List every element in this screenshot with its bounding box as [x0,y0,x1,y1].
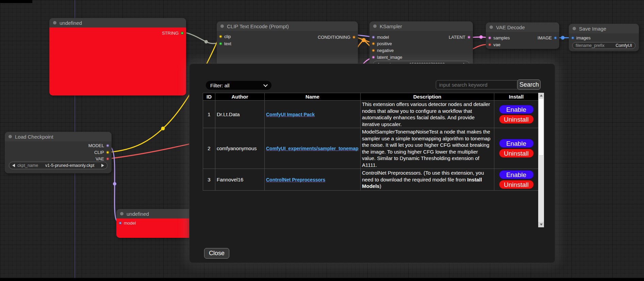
input-dot[interactable] [571,36,574,39]
scrollbar-up-icon[interactable] [538,93,544,98]
cell-description: This extension offers various detector n… [361,101,494,128]
extensions-table: ID Author Name Description Install 1 Dr.… [203,93,539,191]
input-dot[interactable] [488,36,491,39]
cell-install: Enable Uninstall [494,169,539,191]
header-author: Author [215,93,265,101]
uninstall-button[interactable]: Uninstall [499,149,534,158]
node-collapse-dot-icon[interactable] [120,212,123,215]
cell-author: comfyanonymous [215,128,265,169]
slot-input-model: model [119,220,136,226]
node-vae-decode: VAE Decode samples vae IMAGE [486,22,559,49]
input-dot[interactable] [372,56,375,59]
node-title-bar[interactable]: Save Image [569,24,639,33]
slot-input-vae: vae [488,42,500,47]
output-dot[interactable] [106,144,109,147]
filename-prefix-widget[interactable]: filename_prefix ComfyUI [572,42,635,49]
table-row: 3 Fannovel16 ControlNet Preprocessors Co… [203,169,539,191]
table-row: 1 Dr.Lt.Data ComfyUI Impact Pack This ex… [203,101,539,128]
cell-description: ModelSamplerTonemapNoiseTest a node that… [361,128,494,169]
extensions-table-container: ID Author Name Description Install 1 Dr.… [203,93,544,227]
node-title: undefined [127,211,149,217]
input-dot[interactable] [119,222,122,225]
uninstall-button[interactable]: Uninstall [499,115,534,124]
node-title-bar[interactable]: undefined [49,18,186,28]
node-title: VAE Decode [496,24,525,30]
enable-button[interactable]: Enable [499,139,534,148]
node-collapse-dot-icon[interactable] [9,135,12,138]
node-title-bar[interactable]: CLIP Text Encode (Prompt) [217,21,358,31]
input-dot[interactable] [372,42,375,45]
cell-install: Enable Uninstall [494,101,539,128]
table-header-row: ID Author Name Description Install [203,93,539,101]
node-title-bar[interactable]: VAE Decode [486,22,559,32]
cell-id: 1 [203,101,215,128]
reroute-dot[interactable] [161,127,165,130]
extension-link[interactable]: ComfyUI Impact Pack [266,112,315,117]
input-dot[interactable] [219,42,222,45]
enable-button[interactable]: Enable [499,170,534,179]
node-body: model [116,218,195,238]
node-title-bar[interactable]: KSampler [369,21,473,31]
output-dot[interactable] [554,36,557,39]
uninstall-button[interactable]: Uninstall [499,180,534,189]
node-title: CLIP Text Encode (Prompt) [227,23,289,29]
search-button[interactable]: Search [517,80,541,90]
slot-input-positive: positive [372,41,392,46]
header-id: ID [203,93,215,101]
reroute-dot[interactable] [113,182,116,186]
slot-input-clip: clip [219,34,231,39]
close-button[interactable]: Close [204,248,229,259]
table-row: 2 comfyanonymous ComfyUI_experiments/sam… [203,128,539,169]
comfyui-canvas: undefined STRING CLIP Text Encode (Promp… [0,0,644,281]
prev-arrow-icon[interactable] [12,164,15,167]
search-input[interactable] [436,80,519,89]
header-description: Description [361,93,494,101]
input-dot[interactable] [219,35,222,38]
slot-input-model: model [372,34,389,40]
reroute-dot[interactable] [362,38,366,42]
input-dot[interactable] [488,43,491,46]
scrollbar[interactable] [538,93,544,227]
node-collapse-dot-icon[interactable] [53,21,56,24]
cell-author: Dr.Lt.Data [215,101,265,128]
slot-output-latent: LATENT [449,34,470,40]
manager-dialog: Filter: all Search ID Author Name Descri… [189,64,555,263]
slot-output-conditioning: CONDITIONING [318,34,356,40]
extension-link[interactable]: ComfyUI_experiments/sampler_tonemap [266,146,359,151]
node-title-bar[interactable]: Load Checkpoint [5,132,112,141]
slot-input-latent-image: latent_image [372,54,402,60]
cell-description: ControlNet Preprocessors. (To use this e… [361,169,494,191]
node-collapse-dot-icon[interactable] [373,24,377,28]
output-dot[interactable] [106,157,109,160]
enable-button[interactable]: Enable [499,105,534,114]
input-dot[interactable] [372,36,375,39]
ckpt-name-widget[interactable]: ckpt_name v1-5-pruned-emaonly.ckpt [9,162,108,169]
next-arrow-icon[interactable] [101,164,104,167]
slot-input-images: images [571,35,591,40]
node-title: Load Checkpoint [15,134,53,140]
output-dot[interactable] [106,151,109,154]
reroute-dot[interactable] [204,40,208,43]
filter-select[interactable]: Filter: all [206,81,271,90]
input-dot[interactable] [372,49,375,52]
node-collapse-dot-icon[interactable] [490,25,493,29]
scrollbar-thumb[interactable] [539,99,544,156]
scrollbar-down-icon[interactable] [538,222,544,227]
filter-selected-value: Filter: all [210,83,230,88]
node-title-bar[interactable]: undefined [116,209,195,218]
top-black-bar [0,0,32,3]
output-dot[interactable] [181,32,184,35]
output-dot[interactable] [467,36,470,39]
reroute-dot[interactable] [561,36,565,40]
node-collapse-dot-icon[interactable] [573,27,576,30]
node-collapse-dot-icon[interactable] [220,24,224,28]
node-body: images filename_prefix ComfyUI [569,33,639,51]
node-title: KSampler [380,23,402,29]
reroute-dot[interactable] [479,35,483,39]
extension-link[interactable]: ControlNet Preprocessors [266,177,325,182]
cell-author: Fannovel16 [215,169,265,191]
output-dot[interactable] [352,36,356,39]
slot-output-string: STRING [162,30,184,36]
node-body: MODEL CLIP VAE ckpt_name v1-5-pruned-ema… [5,141,112,173]
slot-output-clip: CLIP [94,150,109,155]
